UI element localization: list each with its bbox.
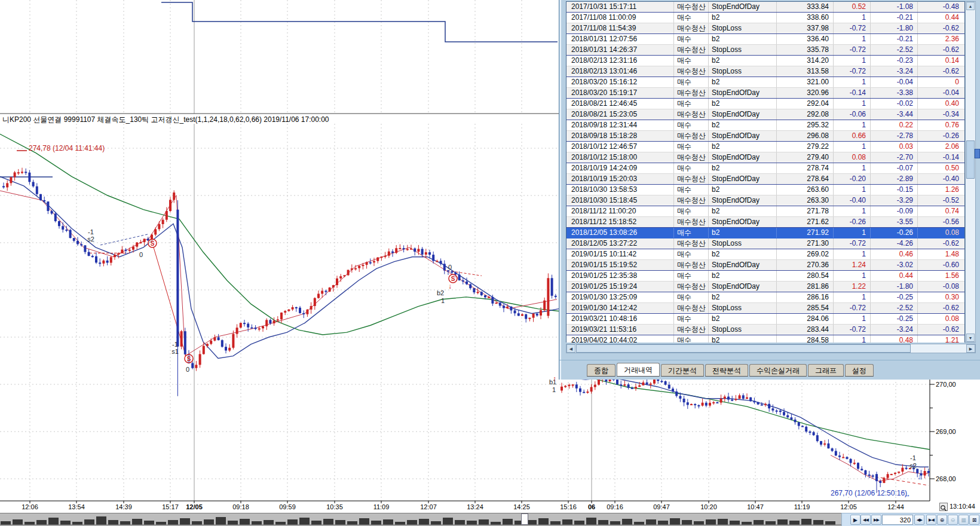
table-row[interactable]: 2018/09/18 15:18:28매수청산StopEndOfDay296.0… (566, 131, 964, 142)
table-row[interactable]: 2017/11/08 11:54:39매수청산StopLoss337.98-0.… (566, 23, 964, 34)
table-row[interactable]: 2018/02/13 12:31:16매수b2314.201-0.230.14 (566, 56, 964, 66)
play-button[interactable]: ▶ (850, 515, 860, 525)
table-cell: 1 (834, 335, 871, 342)
table-row[interactable]: 2019/01/15 15:19:52매수청산StopEndOfDay270.3… (566, 260, 964, 271)
expand-button[interactable]: ◀▶ (914, 515, 924, 525)
table-cell: 매수청산 (674, 45, 709, 55)
table-row[interactable]: 2017/11/08 11:00:09매수b2338.601-0.210.44 (566, 13, 964, 23)
vertical-scrollbar[interactable]: ▲ ▼ (965, 1, 976, 342)
table-row[interactable]: 2018/02/13 13:01:46매수청산StopLoss313.58-0.… (566, 66, 964, 77)
horizontal-scrollbar[interactable]: ◀ ▶ (566, 344, 976, 353)
table-cell: -0.15 (871, 185, 918, 195)
zoom-icon[interactable] (939, 503, 948, 511)
table-row[interactable]: 2019/04/02 10:44:02매수b2284.5810.481.21 (566, 335, 964, 342)
tab-trade-history[interactable]: 거래내역 (617, 363, 660, 377)
tab-summary[interactable]: 종합 (587, 364, 615, 377)
table-cell: 278.74 (777, 163, 834, 173)
table-cell: 1.22 (834, 282, 871, 292)
collapse-button[interactable]: ▶◀ (926, 515, 936, 525)
fast-back-button[interactable]: ◀◀ (860, 515, 871, 525)
vscroll-thumb[interactable] (966, 140, 975, 179)
table-row[interactable]: 2019/01/25 12:35:38매수b2280.5410.441.56 (566, 271, 964, 282)
table-row[interactable]: 2018/10/19 14:24:09매수b2278.741-0.070.50 (566, 163, 964, 174)
svg-text:S: S (187, 356, 191, 362)
svg-text:S: S (451, 276, 455, 282)
scroll-right-button[interactable]: ▶ (966, 344, 975, 353)
scroll-up-button[interactable]: ▲ (966, 2, 975, 10)
table-cell: 284.58 (777, 335, 834, 342)
tab-profit-loss-trades[interactable]: 수익손실거래 (749, 364, 807, 377)
tab-period-analysis[interactable]: 기간분석 (661, 364, 704, 377)
tab-graph[interactable]: 그래프 (808, 364, 844, 377)
table-cell: 313.58 (777, 66, 834, 77)
table-row[interactable]: 2019/01/25 15:19:24매수청산StopEndOfDay281.8… (566, 282, 964, 292)
close-button[interactable]: ⊠ (969, 515, 979, 525)
svg-text:s2: s2 (909, 462, 917, 469)
table-cell: 2.06 (918, 142, 963, 152)
table-cell: 263.30 (777, 195, 834, 206)
table-row[interactable]: 2019/01/15 10:11:42매수b2269.0210.461.48 (566, 249, 964, 260)
zoom-in-button[interactable]: ⊕ (937, 515, 947, 525)
table-cell: -2.89 (871, 174, 918, 184)
table-row[interactable]: 2018/12/05 13:27:22매수청산StopLoss271.30-0.… (566, 238, 964, 249)
table-cell: b2 (709, 292, 777, 302)
table-cell: 321.00 (777, 77, 834, 87)
table-cell: -0.72 (834, 238, 871, 249)
bar-count-input[interactable] (882, 515, 913, 525)
table-row[interactable]: 2018/08/21 12:46:45매수b2292.041-0.020.40 (566, 99, 964, 109)
tab-settings[interactable]: 설정 (845, 364, 874, 377)
scroll-left-button[interactable]: ◀ (566, 344, 575, 353)
table-row[interactable]: 2018/01/31 12:07:56매수b2336.401-0.212.36 (566, 34, 964, 45)
table-row[interactable]: 2018/09/18 12:31:44매수b2295.3210.220.76 (566, 120, 964, 131)
table-row[interactable]: 2018/10/30 15:18:45매수청산StopEndOfDay263.3… (566, 195, 964, 206)
table-row[interactable]: 2019/01/30 13:25:09매수b2286.161-0.250.30 (566, 292, 964, 303)
table-row[interactable]: 2018/12/05 13:08:26매수b2271.921-0.260.08 (566, 228, 964, 238)
svg-text:1: 1 (552, 386, 556, 393)
table-cell: 0.76 (918, 120, 963, 130)
table-cell: 매수 (674, 34, 709, 44)
table-cell: 2018/12/05 13:08:26 (566, 228, 674, 238)
table-cell: -0.26 (871, 228, 918, 238)
tab-strategy-analysis[interactable]: 전략분석 (705, 364, 748, 377)
table-cell: StopLoss (709, 45, 777, 55)
table-row[interactable]: 2018/03/20 15:19:17매수청산StopEndOfDay320.9… (566, 88, 964, 99)
table-cell: 271.78 (777, 206, 834, 216)
table-row[interactable]: 2019/01/30 14:12:42매수청산StopLoss285.54-0.… (566, 303, 964, 314)
table-row[interactable]: 2018/10/12 15:18:00매수청산StopEndOfDay279.4… (566, 152, 964, 163)
table-cell: 271.30 (777, 238, 834, 249)
table-cell: 338.60 (777, 13, 834, 23)
table-cell: -0.62 (918, 238, 963, 249)
table-row[interactable]: 2019/03/21 10:48:16매수b2284.061-0.250.08 (566, 314, 964, 325)
window-scroll-thumb[interactable] (975, 149, 980, 158)
table-row[interactable]: 2018/08/21 15:23:05매수청산StopEndOfDay292.0… (566, 109, 964, 120)
table-row[interactable]: 2018/03/20 15:16:12매수b2321.001-0.040 (566, 77, 964, 88)
table-cell: 2018/10/12 15:18:00 (566, 152, 674, 163)
strip-slider-thumb[interactable] (521, 513, 528, 525)
axis-labels: 12:0613:5414:3915:1712/0509:1809:5910:35… (22, 381, 956, 510)
table-row[interactable]: 2017/10/31 15:17:11매수청산StopEndOfDay333.8… (566, 2, 964, 13)
table-row[interactable]: 2018/01/31 14:26:37매수청산StopLoss335.78-0.… (566, 45, 964, 56)
volume-preview (0, 513, 841, 525)
svg-text:0: 0 (448, 264, 452, 271)
hscroll-thumb[interactable] (576, 344, 911, 353)
x-axis-label: 12/05 (186, 503, 203, 510)
ma-red-left (0, 191, 557, 356)
table-row[interactable]: 2019/03/21 11:53:16매수청산StopLoss283.44-0.… (566, 325, 964, 335)
table-row[interactable]: 2018/11/12 11:00:20매수b2271.781-0.090.74 (566, 206, 964, 217)
table-row[interactable]: 2018/10/30 13:58:53매수b2263.601-0.151.26 (566, 185, 964, 195)
table-cell: StopEndOfDay (709, 260, 777, 270)
table-cell: -2.78 (871, 131, 918, 141)
trade-table[interactable]: 2017/10/31 15:17:11매수청산StopEndOfDay333.8… (566, 1, 965, 342)
table-row[interactable]: 2018/10/19 15:20:03매수청산StopEndOfDay278.6… (566, 174, 964, 185)
table-cell: 2018/02/13 12:31:16 (566, 56, 674, 66)
fast-forward-button[interactable]: ▶▶ (871, 515, 881, 525)
y-axis-label: 269,00 (936, 428, 956, 435)
table-row[interactable]: 2018/11/12 15:18:52매수청산StopEndOfDay271.6… (566, 217, 964, 228)
table-cell: -0.62 (918, 23, 963, 33)
table-cell: 매수청산 (674, 217, 709, 227)
table-cell: 매수청산 (674, 195, 709, 206)
table-cell: -0.62 (918, 66, 963, 77)
table-row[interactable]: 2018/10/12 12:46:57매수b2279.2210.032.06 (566, 142, 964, 152)
scroll-down-button[interactable]: ▼ (966, 334, 975, 342)
table-cell: 337.98 (777, 23, 834, 33)
